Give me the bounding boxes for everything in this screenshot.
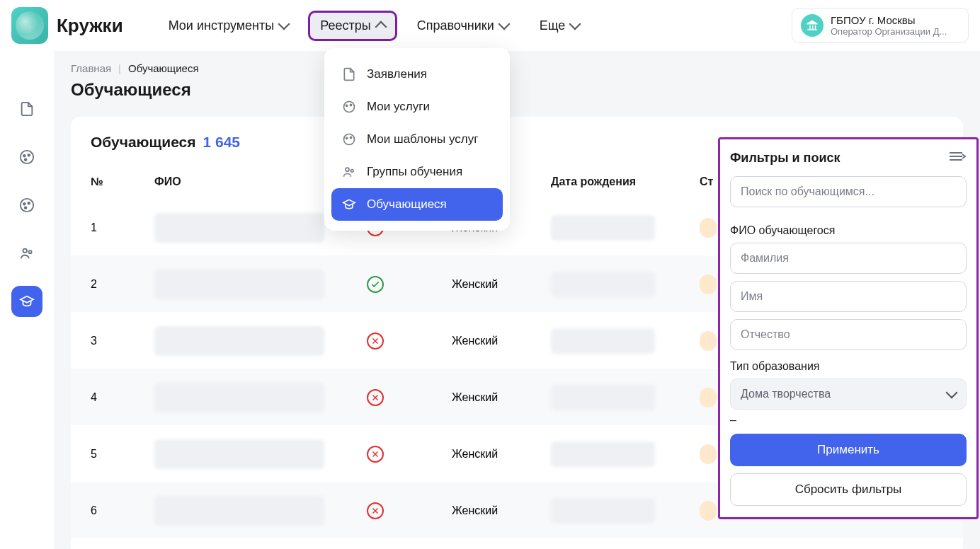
dd-applications[interactable]: Заявления bbox=[331, 58, 503, 91]
filters-panel: Фильтры и поиск ФИО обучающегося Тип обр… bbox=[718, 137, 979, 519]
sidebar-file-icon[interactable] bbox=[11, 93, 42, 125]
dd-my-templates[interactable]: Мои шаблоны услуг bbox=[331, 123, 503, 156]
svg-point-7 bbox=[25, 207, 27, 209]
cell-registry bbox=[367, 276, 452, 293]
nav-references-label: Справочники bbox=[417, 18, 494, 33]
svg-point-6 bbox=[28, 202, 30, 204]
cell-registry bbox=[367, 502, 452, 519]
edu-type-select[interactable]: Дома творчества bbox=[730, 378, 967, 410]
cell-dob bbox=[551, 328, 700, 354]
cell-fio bbox=[154, 270, 367, 299]
svg-point-20 bbox=[344, 102, 355, 112]
name-input[interactable] bbox=[730, 281, 967, 312]
dd-students[interactable]: Обучающиеся bbox=[331, 188, 503, 221]
logo-icon bbox=[11, 7, 48, 44]
cell-gender: Женский bbox=[452, 391, 551, 404]
check-icon bbox=[367, 276, 384, 293]
file-icon bbox=[341, 67, 357, 82]
svg-point-3 bbox=[25, 158, 27, 161]
breadcrumb: Главная | Обучающиеся bbox=[71, 62, 963, 74]
col-dob: Дата рождения bbox=[551, 175, 700, 188]
cell-registry bbox=[367, 389, 452, 406]
org-switcher[interactable]: ГБПОУ г. Москвы Оператор Организации Д..… bbox=[792, 8, 969, 43]
svg-point-22 bbox=[350, 104, 351, 105]
search-input[interactable] bbox=[730, 176, 967, 207]
cell-dob bbox=[551, 498, 700, 524]
col-num: № bbox=[91, 175, 154, 188]
nav-registries-label: Реестры bbox=[320, 18, 370, 33]
patronymic-input[interactable] bbox=[730, 319, 967, 350]
svg-point-4 bbox=[21, 199, 33, 212]
sidebar-students-icon[interactable] bbox=[11, 286, 42, 317]
brand-text: Кружки bbox=[57, 15, 123, 37]
cell-num: 2 bbox=[91, 278, 154, 291]
reset-button[interactable]: Сбросить фильтры bbox=[730, 473, 967, 506]
people-icon bbox=[341, 164, 357, 180]
nav-my-tools[interactable]: Мои инструменты bbox=[157, 11, 300, 40]
cell-dob bbox=[551, 215, 700, 241]
truncated-indicator: – bbox=[730, 414, 967, 427]
dd-students-label: Обучающиеся bbox=[367, 197, 447, 212]
cell-fio bbox=[154, 439, 367, 469]
filters-header: Фильтры и поиск bbox=[730, 149, 967, 166]
dd-my-templates-label: Мои шаблоны услуг bbox=[367, 132, 478, 146]
svg-point-1 bbox=[23, 155, 25, 157]
org-role: Оператор Организации Д... bbox=[831, 26, 947, 37]
cell-gender: Женский bbox=[452, 448, 551, 461]
filters-title: Фильтры и поиск bbox=[730, 151, 841, 166]
sidebar bbox=[0, 51, 54, 549]
nav-more-label: Еще bbox=[540, 18, 566, 33]
main-nav: Мои инструменты Реестры Справочники Еще bbox=[157, 11, 792, 41]
registries-dropdown: Заявления Мои услуги Мои шаблоны услуг Г… bbox=[324, 48, 510, 231]
surname-input[interactable] bbox=[730, 243, 967, 274]
nav-more[interactable]: Еще bbox=[528, 11, 591, 40]
cell-fio bbox=[154, 383, 367, 412]
svg-point-2 bbox=[28, 154, 30, 156]
chevron-down-icon bbox=[278, 18, 290, 30]
cell-gender: Женский bbox=[452, 504, 551, 517]
page-title: Обучающиеся bbox=[71, 80, 963, 100]
cell-num: 4 bbox=[91, 391, 154, 404]
cell-gender: Женский bbox=[452, 278, 551, 291]
svg-point-27 bbox=[351, 170, 353, 173]
cell-num: 6 bbox=[91, 504, 154, 517]
nav-references[interactable]: Справочники bbox=[406, 11, 520, 40]
dd-my-services[interactable]: Мои услуги bbox=[331, 91, 503, 123]
org-text: ГБПОУ г. Москвы Оператор Организации Д..… bbox=[831, 14, 947, 37]
palette-icon bbox=[341, 99, 357, 115]
nav-my-tools-label: Мои инструменты bbox=[169, 18, 275, 33]
bank-icon bbox=[801, 14, 824, 37]
cell-num: 3 bbox=[91, 335, 154, 347]
palette-icon bbox=[341, 132, 357, 147]
svg-point-9 bbox=[29, 250, 32, 253]
svg-point-23 bbox=[344, 134, 355, 145]
cell-num: 5 bbox=[91, 448, 154, 461]
edu-type-value: Дома творчества bbox=[741, 388, 831, 400]
nav-registries[interactable]: Реестры bbox=[308, 11, 397, 41]
collapse-icon[interactable] bbox=[948, 149, 967, 166]
svg-point-24 bbox=[346, 137, 348, 139]
dd-study-groups[interactable]: Группы обучения bbox=[331, 156, 503, 188]
chevron-up-icon bbox=[375, 21, 387, 33]
svg-point-21 bbox=[346, 105, 348, 106]
cell-registry bbox=[367, 333, 452, 349]
sidebar-palette-icon[interactable] bbox=[11, 141, 42, 173]
apply-button[interactable]: Применить bbox=[730, 434, 967, 466]
breadcrumb-current: Обучающиеся bbox=[128, 62, 199, 74]
svg-point-26 bbox=[346, 168, 349, 171]
edu-type-label: Тип образования bbox=[730, 360, 967, 373]
chevron-down-icon bbox=[946, 387, 958, 399]
org-name: ГБПОУ г. Москвы bbox=[831, 14, 947, 26]
cell-num: 1 bbox=[91, 221, 154, 234]
chevron-down-icon bbox=[498, 18, 510, 30]
dd-my-services-label: Мои услуги bbox=[367, 100, 430, 114]
cell-registry bbox=[367, 446, 452, 463]
cell-gender: Женский bbox=[452, 335, 551, 347]
sidebar-people-icon[interactable] bbox=[11, 238, 42, 269]
breadcrumb-home[interactable]: Главная bbox=[71, 62, 111, 74]
sidebar-palette2-icon[interactable] bbox=[11, 190, 42, 221]
brand[interactable]: Кружки bbox=[11, 7, 123, 44]
fio-label: ФИО обучающегося bbox=[730, 224, 967, 237]
cell-fio bbox=[154, 326, 367, 356]
card-title: Обучающиеся bbox=[91, 134, 195, 151]
